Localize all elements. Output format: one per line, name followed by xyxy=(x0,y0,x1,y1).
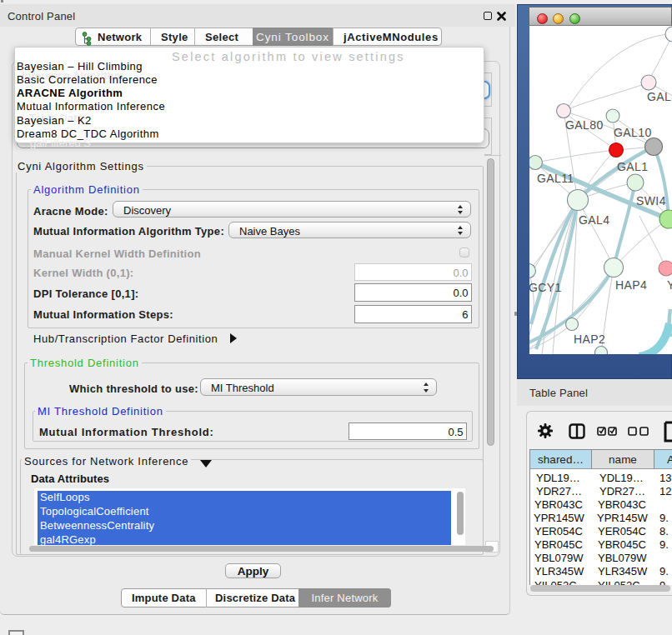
svg-text:GCY1: GCY1 xyxy=(529,281,562,294)
svg-text:GAL1: GAL1 xyxy=(617,160,648,173)
svg-text:HAP4: HAP4 xyxy=(615,278,647,292)
svg-text:SWI4: SWI4 xyxy=(636,194,666,208)
svg-text:GAL10: GAL10 xyxy=(614,126,652,139)
svg-text:GAL4: GAL4 xyxy=(579,213,609,227)
svg-text:GAL11: GAL11 xyxy=(537,172,574,185)
svg-text:HAP2: HAP2 xyxy=(574,332,605,346)
svg-text:GAL80: GAL80 xyxy=(565,118,604,132)
svg-text:GAL3: GAL3 xyxy=(647,90,672,103)
svg-text:YJ: YJ xyxy=(667,278,672,292)
